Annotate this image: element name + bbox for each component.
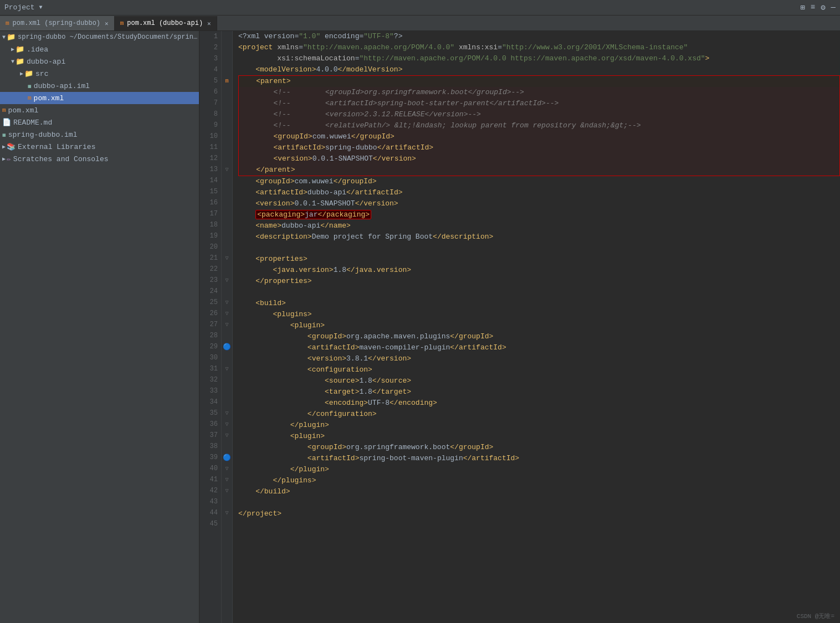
- gutter-17: [222, 208, 232, 219]
- code-text-35: </configuration>: [238, 409, 377, 420]
- code-line-9: <!-- <relativePath/> &lt;!&ndash; lookup…: [239, 120, 839, 131]
- tab-close-2[interactable]: ✕: [207, 20, 211, 27]
- gutter-10: [222, 131, 232, 142]
- gutter-12: [222, 153, 232, 164]
- gutter-30: [222, 352, 232, 363]
- code-line-40: </plugin>: [238, 464, 840, 475]
- sidebar-item-scratches[interactable]: ▶ ✏️ Scratches and Consoles: [0, 153, 199, 165]
- list-icon[interactable]: ≡: [811, 3, 815, 12]
- ln-39: 39: [199, 452, 218, 463]
- code-line-21: <properties>: [238, 254, 840, 265]
- gutter-27[interactable]: ▽: [222, 319, 232, 330]
- code-text-6: <!-- <groupId>org.springframework.boot</…: [239, 87, 524, 98]
- gutter-5[interactable]: m: [222, 75, 232, 86]
- code-text-13: </parent>: [239, 164, 295, 176]
- xml-icon-pom-spring: m: [2, 107, 6, 114]
- gutter-1: [222, 31, 232, 42]
- gutter-35[interactable]: ▽: [222, 408, 232, 419]
- code-text-12: <version>0.0.1-SNAPSHOT</version>: [239, 153, 416, 164]
- code-text-1: <?xml version="1.0" encoding="UTF-8"?>: [238, 31, 402, 42]
- layout-icon[interactable]: ⊞: [800, 3, 805, 12]
- code-line-11: <artifactId>spring-dubbo</artifactId>: [239, 142, 839, 153]
- code-text-3: xsi:schemaLocation="http://maven.apache.…: [238, 53, 709, 64]
- gutter-23[interactable]: ▽: [222, 275, 232, 286]
- gutter-6: [222, 86, 232, 97]
- code-text-15: <artifactId>dubbo-api</artifactId>: [238, 187, 402, 198]
- gutter-39[interactable]: 🔵: [222, 452, 232, 463]
- iml-icon-dubbo-api: ◼: [28, 83, 32, 90]
- gutter-8: [222, 109, 232, 120]
- code-text-26: <plugins>: [238, 309, 312, 320]
- sidebar-item-spring-dubbo-iml[interactable]: ◼ spring-dubbo.iml: [0, 128, 199, 141]
- sidebar-item-idea[interactable]: ▶ 📁 .idea: [0, 43, 199, 55]
- ln-37: 37: [199, 430, 218, 441]
- gutter-37[interactable]: ▽: [222, 430, 232, 441]
- gutter-31[interactable]: ▽: [222, 363, 232, 374]
- main-layout: ▼ 📁 spring-dubbo ~/Documents/StudyDocume…: [0, 31, 840, 623]
- sidebar-item-pom-xml-spring[interactable]: m pom.xml: [0, 104, 199, 116]
- ln-6: 6: [199, 86, 218, 97]
- gutter-36[interactable]: ▽: [222, 419, 232, 430]
- code-line-14: <groupId>com.wuwei</groupId>: [238, 176, 840, 187]
- code-line-5: <parent>: [239, 76, 839, 87]
- tab-close-1[interactable]: ✕: [105, 20, 109, 27]
- code-text-36: </plugin>: [238, 420, 329, 431]
- code-text-31: <configuration>: [238, 364, 372, 375]
- project-dropdown-arrow[interactable]: ▼: [39, 4, 43, 11]
- gutter-44[interactable]: ▽: [222, 507, 232, 518]
- sidebar-label-dubbo-api: dubbo-api: [27, 58, 65, 66]
- gutter-25[interactable]: ▽: [222, 297, 232, 308]
- ln-27: 27: [199, 319, 218, 330]
- sidebar-item-dubbo-api-iml[interactable]: ◼ dubbo-api.iml: [0, 80, 199, 92]
- arrow-idea: ▶: [11, 46, 14, 53]
- code-line-26: <plugins>: [238, 309, 840, 320]
- sidebar-item-external-libraries[interactable]: ▶ 📚 External Libraries: [0, 141, 199, 153]
- code-line-23: </properties>: [238, 276, 840, 287]
- minimize-icon[interactable]: —: [831, 3, 836, 12]
- code-line-25: <build>: [238, 298, 840, 309]
- sidebar-item-spring-dubbo[interactable]: ▼ 📁 spring-dubbo ~/Documents/StudyDocume…: [0, 31, 199, 43]
- ln-5: 5: [199, 75, 218, 86]
- ln-28: 28: [199, 330, 218, 341]
- code-line-36: </plugin>: [238, 420, 840, 431]
- ln-15: 15: [199, 186, 218, 197]
- code-line-24: [238, 287, 840, 298]
- sidebar-item-dubbo-api[interactable]: ▼ 📁 dubbo-api: [0, 55, 199, 68]
- arrow-scratches: ▶: [2, 156, 6, 162]
- folder-icon-idea: 📁: [16, 45, 24, 54]
- gutter-26[interactable]: ▽: [222, 308, 232, 319]
- code-text-44: </project>: [238, 508, 281, 519]
- code-line-13: </parent>: [239, 164, 839, 176]
- gutter-13[interactable]: ▽: [222, 164, 232, 175]
- tab-pom-spring[interactable]: m pom.xml (spring-dubbo) ✕: [0, 16, 115, 30]
- code-line-29: <artifactId>maven-compiler-plugin</artif…: [238, 342, 840, 353]
- gutter-11: [222, 142, 232, 153]
- gutter-40[interactable]: ▽: [222, 463, 232, 474]
- code-text-32: <source>1.8</source>: [238, 375, 411, 387]
- code-text-45: [238, 519, 243, 531]
- editor-content[interactable]: 1 2 3 4 5 6 7 8 9 10 11 12 13 14 15 16 1…: [199, 31, 840, 623]
- code-content[interactable]: <?xml version="1.0" encoding="UTF-8"?> <…: [233, 31, 840, 623]
- settings-icon[interactable]: ⚙: [821, 3, 825, 12]
- sidebar-item-pom-xml[interactable]: m pom.xml: [0, 92, 199, 104]
- code-line-22: <java.version>1.8</java.version>: [238, 265, 840, 276]
- code-line-37: <plugin>: [238, 431, 840, 442]
- code-line-28: <groupId>org.apache.maven.plugins</group…: [238, 331, 840, 342]
- code-text-23: </properties>: [238, 276, 312, 287]
- code-line-6: <!-- <groupId>org.springframework.boot</…: [239, 87, 839, 98]
- tab-pom-dubbo[interactable]: m pom.xml (dubbo-api) ✕: [115, 16, 217, 30]
- ln-16: 16: [199, 197, 218, 208]
- sidebar-item-src[interactable]: ▶ 📁 src: [0, 68, 199, 80]
- gutter-29[interactable]: 🔵: [222, 341, 232, 352]
- gutter-41[interactable]: ▽: [222, 474, 232, 485]
- sidebar-item-readme[interactable]: 📄 README.md: [0, 116, 199, 128]
- project-dropdown[interactable]: Project: [4, 3, 35, 12]
- gutter-20: [222, 241, 232, 253]
- ln-4: 4: [199, 64, 218, 75]
- gutter-21[interactable]: ▽: [222, 253, 232, 264]
- code-text-21: <properties>: [238, 254, 308, 265]
- code-text-19: <description>Demo project for Spring Boo…: [238, 231, 493, 243]
- gutter-42[interactable]: ▽: [222, 485, 232, 496]
- code-text-39: <artifactId>spring-boot-maven-plugin</ar…: [238, 453, 519, 464]
- code-line-15: <artifactId>dubbo-api</artifactId>: [238, 187, 840, 198]
